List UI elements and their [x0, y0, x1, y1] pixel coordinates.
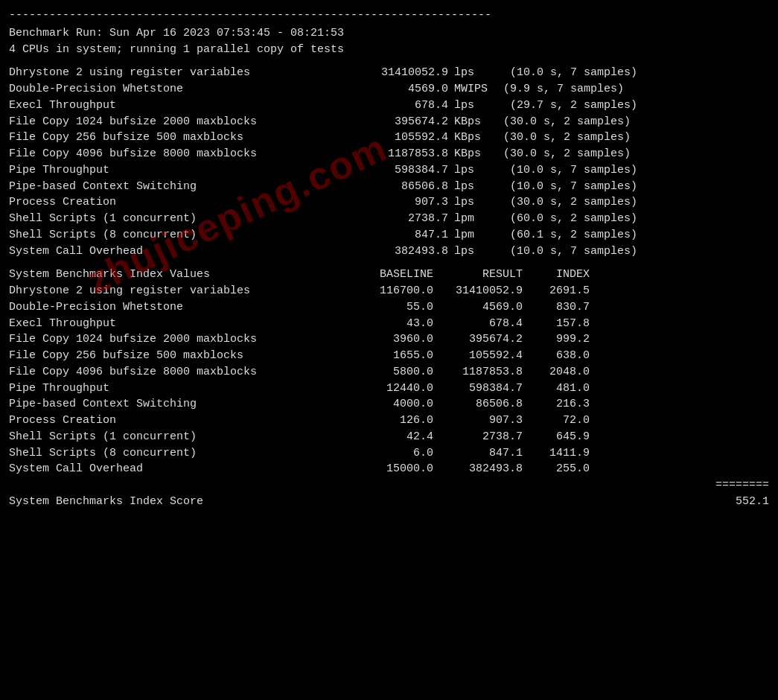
index-row-index: 216.3 [523, 396, 590, 413]
index-row-label: Pipe-based Context Switching [9, 396, 351, 413]
bench-label: Execl Throughput [9, 98, 351, 114]
bench-value: 382493.8 [351, 244, 448, 260]
index-row-result: 395674.2 [433, 331, 523, 348]
index-row-result: 31410052.9 [433, 283, 523, 299]
bench-unit: lps [448, 65, 500, 81]
bench-extra: (60.0 s, 2 samples) [500, 211, 769, 227]
index-data-row: Double-Precision Whetstone55.04569.0830.… [9, 299, 769, 316]
bench-label: System Call Overhead [9, 244, 351, 260]
index-row-baseline: 43.0 [351, 316, 433, 332]
index-row-result: 105592.4 [433, 348, 523, 364]
index-row-result: 4569.0 [433, 299, 523, 316]
index-row-baseline: 15000.0 [351, 461, 433, 477]
bench-extra: (10.0 s, 7 samples) [500, 179, 769, 195]
bench-value: 105592.4 [351, 130, 448, 146]
bench-unit: KBps [448, 130, 500, 146]
index-data-row: Dhrystone 2 using register variables1167… [9, 283, 769, 299]
index-row-result: 2738.7 [433, 429, 523, 445]
index-header-row: System Benchmarks Index ValuesBASELINERE… [9, 267, 769, 283]
bench-extra: (10.0 s, 7 samples) [500, 244, 769, 260]
bench-label: File Copy 1024 bufsize 2000 maxblocks [9, 114, 351, 130]
bench-extra: (10.0 s, 7 samples) [500, 162, 769, 179]
bench-value: 2738.7 [351, 211, 448, 227]
benchmark-row: System Call Overhead382493.8lps (10.0 s,… [9, 244, 769, 260]
index-row-label: Pipe Throughput [9, 381, 351, 397]
header-section: Benchmark Run: Sun Apr 16 2023 07:53:45 … [9, 25, 769, 58]
bench-unit: KBps [448, 114, 500, 130]
bench-unit: lpm [448, 227, 500, 244]
bench-value: 907.3 [351, 194, 448, 211]
benchmarks-section: Dhrystone 2 using register variables3141… [9, 65, 769, 259]
bench-unit: MWIPS [448, 81, 500, 98]
bench-value: 598384.7 [351, 162, 448, 179]
index-header-index: INDEX [523, 267, 590, 283]
bench-unit: lps [448, 244, 500, 260]
bench-unit: KBps [448, 146, 500, 162]
bench-unit: lps [448, 194, 500, 211]
index-data-row: File Copy 1024 bufsize 2000 maxblocks396… [9, 331, 769, 348]
bench-label: Shell Scripts (1 concurrent) [9, 211, 351, 227]
bench-value: 395674.2 [351, 114, 448, 130]
index-row-index: 481.0 [523, 381, 590, 397]
bench-unit: lps [448, 179, 500, 195]
index-header-result: RESULT [433, 267, 523, 283]
benchmark-row: Execl Throughput678.4lps (29.7 s, 2 samp… [9, 98, 769, 114]
benchmark-row: Pipe Throughput598384.7lps (10.0 s, 7 sa… [9, 162, 769, 179]
index-row-index: 645.9 [523, 429, 590, 445]
index-row-label: Double-Precision Whetstone [9, 299, 351, 316]
index-data-row: Shell Scripts (1 concurrent)42.42738.764… [9, 429, 769, 445]
index-row-baseline: 4000.0 [351, 396, 433, 413]
benchmark-row: Shell Scripts (8 concurrent)847.1lpm (60… [9, 227, 769, 244]
bench-extra: (29.7 s, 2 samples) [500, 98, 769, 114]
index-row-index: 157.8 [523, 316, 590, 332]
index-row-label: Process Creation [9, 413, 351, 429]
bench-value: 4569.0 [351, 81, 448, 98]
index-row-baseline: 6.0 [351, 445, 433, 462]
index-row-result: 907.3 [433, 413, 523, 429]
bench-extra: (30.0 s, 2 samples) [500, 114, 769, 130]
index-row-result: 1187853.8 [433, 364, 523, 381]
bench-value: 847.1 [351, 227, 448, 244]
index-row-label: Execl Throughput [9, 316, 351, 332]
benchmark-row: File Copy 256 bufsize 500 maxblocks10559… [9, 130, 769, 146]
equals-separator: ======== [9, 477, 769, 494]
index-row-index: 999.2 [523, 331, 590, 348]
index-row-label: File Copy 256 bufsize 500 maxblocks [9, 348, 351, 364]
bench-extra: (10.0 s, 7 samples) [500, 65, 769, 81]
index-row-result: 678.4 [433, 316, 523, 332]
index-row-index: 638.0 [523, 348, 590, 364]
bench-extra: (30.0 s, 2 samples) [500, 194, 769, 211]
bench-extra: (30.0 s, 2 samples) [500, 130, 769, 146]
index-row-index: 2691.5 [523, 283, 590, 299]
index-data-row: Process Creation126.0907.372.0 [9, 413, 769, 429]
index-data-row: Pipe Throughput12440.0598384.7481.0 [9, 381, 769, 397]
bench-value: 678.4 [351, 98, 448, 114]
index-row-baseline: 12440.0 [351, 381, 433, 397]
bench-extra: (60.1 s, 2 samples) [500, 227, 769, 244]
index-row-baseline: 1655.0 [351, 348, 433, 364]
index-row-result: 847.1 [433, 445, 523, 462]
bench-extra: (9.9 s, 7 samples) [500, 81, 769, 98]
index-row-baseline: 126.0 [351, 413, 433, 429]
index-row-label: Shell Scripts (8 concurrent) [9, 445, 351, 462]
bench-unit: lpm [448, 211, 500, 227]
index-data-row: Shell Scripts (8 concurrent)6.0847.11411… [9, 445, 769, 462]
index-row-baseline: 5800.0 [351, 364, 433, 381]
header-line2: 4 CPUs in system; running 1 parallel cop… [9, 42, 769, 58]
bench-label: Dhrystone 2 using register variables [9, 65, 351, 81]
index-row-label: Shell Scripts (1 concurrent) [9, 429, 351, 445]
benchmark-row: Dhrystone 2 using register variables3141… [9, 65, 769, 81]
index-row-label: System Call Overhead [9, 461, 351, 477]
bench-label: Pipe Throughput [9, 162, 351, 179]
index-row-index: 255.0 [523, 461, 590, 477]
bench-extra: (30.0 s, 2 samples) [500, 146, 769, 162]
benchmark-row: File Copy 4096 bufsize 8000 maxblocks118… [9, 146, 769, 162]
index-row-baseline: 3960.0 [351, 331, 433, 348]
index-data-row: File Copy 4096 bufsize 8000 maxblocks580… [9, 364, 769, 381]
benchmark-row: Double-Precision Whetstone4569.0MWIPS(9.… [9, 81, 769, 98]
index-row-result: 382493.8 [433, 461, 523, 477]
bench-label: Process Creation [9, 194, 351, 211]
index-row-baseline: 42.4 [351, 429, 433, 445]
index-data-row: Execl Throughput43.0678.4157.8 [9, 316, 769, 332]
index-row-index: 72.0 [523, 413, 590, 429]
